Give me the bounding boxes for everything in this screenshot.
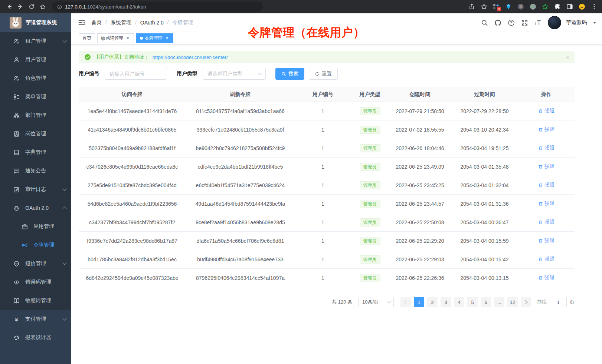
extension-puzzle-icon[interactable]	[554, 3, 561, 10]
prev-page-button[interactable]	[400, 297, 411, 307]
force-logout-button[interactable]: 强退	[538, 107, 554, 114]
page-button[interactable]: 6	[481, 297, 491, 307]
browser-forward-icon[interactable]	[16, 2, 25, 11]
annotation-overlay: 令牌管理（在线用户）	[248, 25, 365, 40]
action-cell: 强退	[518, 195, 575, 213]
fullscreen-icon[interactable]	[521, 19, 528, 26]
chevron-down-icon	[258, 71, 262, 75]
browser-home-icon[interactable]	[38, 2, 48, 11]
created-at-cell: 2022-06-25 23:49:09	[389, 158, 451, 176]
force-logout-button[interactable]: 强退	[538, 256, 554, 262]
sidebar-item[interactable]: 通知公告	[0, 162, 71, 180]
browser-address-bar[interactable]: 127.0.0.1:1024/system/oauth2/token	[52, 1, 263, 12]
sidebar-item[interactable]: 字典管理	[0, 143, 71, 162]
profile-avatar-icon[interactable]	[579, 3, 585, 10]
force-logout-button[interactable]: 强退	[538, 126, 554, 133]
browser-menu-icon[interactable]	[591, 3, 598, 10]
sidebar-toggle-icon[interactable]	[78, 19, 85, 26]
pagination: 共 120 条 10条/页 123456...12 前往 页	[79, 297, 575, 307]
extension-gem-icon[interactable]	[505, 3, 512, 10]
tab[interactable]: 敏感词管理 ×	[97, 33, 134, 43]
help-icon[interactable]	[508, 19, 515, 26]
bookmark-star-icon[interactable]	[481, 3, 487, 10]
font-size-icon[interactable]: TT	[534, 19, 542, 26]
sidebar-item[interactable]: 应用管理	[0, 217, 71, 236]
page-size-select[interactable]: 10条/页	[358, 297, 394, 307]
user-type-select[interactable]: 请选择用户类型	[203, 68, 266, 80]
page-info-icon[interactable]	[57, 4, 62, 9]
browser-toolbar-right: 9 ⌘	[468, 3, 598, 10]
sidebar-item[interactable]: 敏感词管理	[0, 291, 71, 310]
tab-close-icon[interactable]: ×	[164, 36, 170, 41]
force-logout-button[interactable]: 强退	[538, 200, 554, 207]
sidebar-item[interactable]: 部门管理	[0, 106, 71, 125]
sidebar-item[interactable]: 错误码管理	[0, 273, 71, 291]
chevron-icon	[62, 316, 66, 320]
user-id-input[interactable]	[105, 68, 167, 80]
extension-command-icon[interactable]: ⌘	[517, 3, 524, 10]
caret-down-icon[interactable]	[593, 22, 596, 25]
browser-back-icon[interactable]	[4, 2, 14, 11]
tab-close-icon[interactable]: ×	[125, 36, 130, 41]
force-logout-button[interactable]: 强退	[538, 274, 554, 281]
next-page-button[interactable]	[521, 297, 531, 307]
page-button[interactable]: 3	[441, 297, 451, 307]
navbar-right: TT 芋道源码	[481, 16, 596, 29]
page-button[interactable]: 12	[507, 297, 518, 307]
expires-at-cell: 2054-03-04 00:36:47	[451, 213, 518, 232]
sidebar-item-label: 审计日志	[25, 186, 46, 193]
force-logout-button[interactable]: 强退	[538, 237, 554, 244]
sidebar-item[interactable]: 报表设计器	[0, 328, 71, 347]
tab-label: 敏感词管理	[101, 35, 123, 42]
search-icon[interactable]	[481, 19, 488, 26]
sidebar-item[interactable]: 菜单管理	[0, 87, 71, 106]
force-logout-button[interactable]: 强退	[538, 145, 554, 151]
sidebar-item[interactable]: 短信管理	[0, 254, 71, 273]
page-button[interactable]: 4	[454, 297, 464, 307]
extension-star-icon[interactable]	[542, 3, 549, 10]
tab[interactable]: 令牌管理 ×	[136, 33, 173, 43]
user-avatar[interactable]	[548, 16, 561, 29]
alert-text: 【用户体系】文档地址：	[94, 54, 149, 60]
force-logout-button[interactable]: 强退	[538, 182, 554, 188]
browser-reload-icon[interactable]	[27, 2, 36, 11]
browser-chrome: 127.0.0.1:1024/system/oauth2/token 9 ⌘	[0, 0, 602, 13]
extension-record-icon[interactable]	[530, 3, 536, 10]
sidebar-item[interactable]: OAuth 2.0	[0, 199, 71, 217]
sidebar-item[interactable]: 租户管理	[0, 32, 71, 50]
access-token-cell: b0d1785bc3a8482f812db4a3f3bd15ec	[79, 250, 186, 269]
page-button[interactable]: 2	[427, 297, 438, 307]
breadcrumb-item[interactable]: 系统管理	[102, 19, 131, 26]
created-at-cell: 2022-06-25 22:29:03	[389, 250, 451, 269]
screen: 127.0.0.1:1024/system/oauth2/token 9 ⌘ 芋…	[0, 0, 602, 364]
breadcrumb-item[interactable]: OAuth 2.0	[131, 20, 164, 26]
username[interactable]: 芋道源码	[566, 19, 587, 26]
tab[interactable]: 首页 ×	[79, 33, 95, 43]
page-button[interactable]: 5	[467, 297, 478, 307]
goto-page-input[interactable]	[550, 297, 567, 307]
sidebar-item-label: 角色管理	[25, 75, 46, 82]
force-logout-button[interactable]: 强退	[538, 219, 554, 225]
sidebar-item[interactable]: ¥ 支付管理	[0, 310, 71, 328]
extension-grid-icon[interactable]: 9	[493, 3, 500, 10]
share-icon[interactable]	[468, 3, 475, 10]
alert-close-icon[interactable]: ×	[566, 54, 569, 60]
force-logout-button[interactable]: 强退	[538, 163, 554, 170]
page-button[interactable]: 1	[414, 297, 424, 307]
reset-button[interactable]: 重置	[309, 68, 338, 80]
doc-link[interactable]: https://doc.iocoder.cn/user-center/	[153, 54, 228, 60]
breadcrumb-item[interactable]: 首页	[91, 19, 102, 26]
github-icon[interactable]	[494, 19, 501, 26]
breadcrumb-item[interactable]: 令牌管理	[164, 19, 193, 26]
split-view-icon[interactable]	[566, 3, 573, 10]
user-type-cell: 管理员	[351, 250, 389, 269]
sidebar-item[interactable]: 用户管理	[0, 50, 71, 69]
sidebar-item[interactable]: 令牌管理	[0, 236, 71, 254]
table-row: 54d6be82ee5a460a9aedc1f9bf223656 49d1aa4…	[79, 195, 575, 213]
sidebar-logo-bar[interactable]: 芋道管理系统	[0, 13, 71, 32]
sidebar-item[interactable]: 角色管理	[0, 69, 71, 87]
sidebar-item[interactable]: 岗位管理	[0, 125, 71, 143]
sidebar-item[interactable]: 审计日志	[0, 180, 71, 199]
page-button[interactable]: ...	[494, 297, 504, 307]
search-button[interactable]: 搜索	[275, 68, 304, 80]
